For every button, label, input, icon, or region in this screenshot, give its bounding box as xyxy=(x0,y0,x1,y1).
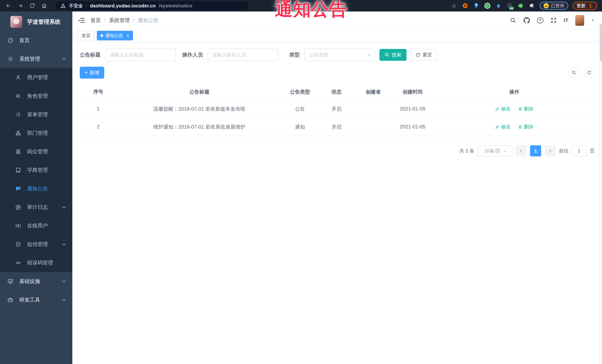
operator-input[interactable] xyxy=(208,49,278,61)
browser-home-button[interactable] xyxy=(40,2,48,10)
edit-button[interactable]: 修改 xyxy=(495,106,511,112)
emoji-face-icon xyxy=(544,3,549,8)
extension-on-badge-icon[interactable]: on xyxy=(506,2,513,9)
prev-page-button[interactable] xyxy=(516,145,527,156)
search-icon[interactable] xyxy=(510,17,516,23)
sidebar-toggle-hamburger-icon[interactable] xyxy=(78,17,85,23)
column-header: 创建时间 xyxy=(391,84,434,100)
delete-button[interactable]: 删除 xyxy=(518,124,534,130)
sidebar: 芋道管理系统 首页 系统管理 用户管理 角色管理 xyxy=(0,11,72,364)
refresh-table-button[interactable] xyxy=(584,67,595,78)
notice-table: 序号 公告标题 公告类型 状态 创建者 创建时间 操作 1 温馨提醒：2018-… xyxy=(80,84,595,136)
sidebar-item-label: 首页 xyxy=(19,37,30,44)
github-icon[interactable] xyxy=(523,17,530,24)
sidebar-item-label: 岗位管理 xyxy=(27,148,48,155)
bookmark-star-icon[interactable]: ☆ xyxy=(451,2,457,9)
sidebar-item-users[interactable]: 用户管理 xyxy=(0,68,72,87)
search-button[interactable]: 搜索 xyxy=(379,49,407,61)
extensions-puzzle-icon[interactable] xyxy=(528,2,535,9)
cell-title: 维护通知：2018-07-01 若依系统凌晨维护 xyxy=(117,124,282,130)
security-label: 不安全 xyxy=(69,3,83,9)
extension-diamond-icon[interactable] xyxy=(495,2,502,9)
notice-type-select[interactable]: 公告类型 xyxy=(304,49,375,61)
table-row: 2 维护通知：2018-07-01 若依系统凌晨维护 通知 开启 2021-01… xyxy=(80,118,595,136)
reset-button[interactable]: 重置 xyxy=(411,49,437,61)
cell-created: 2021-01-05 xyxy=(391,124,434,130)
sidebar-item-label: 菜单管理 xyxy=(27,111,48,118)
sidebar-item-label: 基础设施 xyxy=(19,278,40,285)
app-logo-row[interactable]: 芋道管理系统 xyxy=(0,11,72,31)
tab-label: 通知公告 xyxy=(105,33,123,39)
sidebar-item-notice[interactable]: 通知公告 xyxy=(0,179,72,198)
sidebar-item-menus[interactable]: 菜单管理 xyxy=(0,105,72,124)
url-host: dashboard.yudao.iocoder.cn xyxy=(90,3,156,9)
post-badge-icon xyxy=(15,149,22,154)
extension-pin-icon[interactable] xyxy=(473,2,480,9)
fullscreen-icon[interactable] xyxy=(550,17,557,23)
page-size-select[interactable]: 10条/页 xyxy=(478,145,512,156)
tab-home[interactable]: 首页 xyxy=(78,31,94,40)
sidebar-item-devtools[interactable]: 研发工具 xyxy=(0,291,72,309)
sidebar-item-online-users[interactable]: 在线用户 xyxy=(0,217,72,235)
browser-reload-button[interactable] xyxy=(29,2,36,10)
chevron-down-icon xyxy=(503,149,506,152)
dashboard-icon xyxy=(7,37,14,43)
browser-menu-kebab-icon[interactable]: ⋮ xyxy=(588,3,593,9)
browser-update-button[interactable]: 更新 ⋮ xyxy=(573,2,597,10)
roles-icon xyxy=(15,93,22,99)
menu-list-icon xyxy=(15,112,22,117)
extension-green-check-icon[interactable]: ✓ xyxy=(484,2,491,9)
page-unit-label: 页 xyxy=(590,148,595,154)
extension-leaf-icon[interactable] xyxy=(517,2,524,9)
sidebar-item-audit-log[interactable]: 审计日志 xyxy=(0,198,72,217)
current-page-button[interactable]: 1 xyxy=(530,145,541,156)
sidebar-item-system[interactable]: 系统管理 xyxy=(0,50,72,68)
dict-book-icon xyxy=(15,167,22,173)
goto-page-input[interactable] xyxy=(572,145,586,156)
filter-form: 公告标题 操作人员 类型 公告类型 搜索 重置 xyxy=(80,49,595,61)
sidebar-item-error-codes[interactable]: </> 错误码管理 xyxy=(0,254,72,272)
address-bar[interactable]: 不安全 dashboard.yudao.iocoder.cn /system/n… xyxy=(56,1,248,10)
plus-icon: + xyxy=(85,70,88,75)
sidebar-item-roles[interactable]: 角色管理 xyxy=(0,87,72,105)
breadcrumb: 首页 / 系统管理 / 通知公告 xyxy=(90,17,159,24)
next-page-button[interactable] xyxy=(545,145,556,156)
breadcrumb-home[interactable]: 首页 xyxy=(90,17,101,24)
scrollbar-track[interactable] xyxy=(599,23,602,364)
sidebar-item-label: 部门管理 xyxy=(27,130,48,137)
sidebar-item-posts[interactable]: 岗位管理 xyxy=(0,142,72,161)
browser-forward-button[interactable] xyxy=(17,2,24,10)
tab-notice[interactable]: 通知公告 × xyxy=(97,31,133,40)
notice-title-input[interactable] xyxy=(105,49,176,61)
page-content: 公告标题 操作人员 类型 公告类型 搜索 重置 xyxy=(72,42,602,156)
sidebar-item-label: 短信管理 xyxy=(27,241,48,248)
profile-paused-badge[interactable]: 已暂停 xyxy=(540,2,568,10)
sidebar-item-sms[interactable]: 短信管理 xyxy=(0,235,72,254)
sidebar-item-home[interactable]: 首页 xyxy=(0,31,72,50)
main-area: 首页 / 系统管理 / 通知公告 ? tT ▼ 首页 xyxy=(72,11,602,364)
extension-orange-icon[interactable] xyxy=(462,2,468,9)
cell-created: 2021-01-05 xyxy=(391,106,434,112)
browser-back-button[interactable] xyxy=(5,2,12,10)
row-actions: 修改 删除 xyxy=(434,106,595,112)
sidebar-item-dictionary[interactable]: 字典管理 xyxy=(0,161,72,179)
help-icon[interactable]: ? xyxy=(537,17,543,23)
breadcrumb-system[interactable]: 系统管理 xyxy=(109,17,130,24)
row-actions: 修改 删除 xyxy=(434,124,595,130)
scrollbar-thumb[interactable] xyxy=(600,24,602,61)
table-tools xyxy=(569,67,595,78)
user-avatar[interactable] xyxy=(575,15,584,26)
font-size-icon[interactable]: tT xyxy=(564,17,568,23)
delete-button[interactable]: 删除 xyxy=(518,106,534,112)
security-warning-icon xyxy=(60,3,66,8)
avatar-caret-icon[interactable]: ▼ xyxy=(591,19,595,22)
column-header: 公告标题 xyxy=(117,84,282,100)
tab-close-icon[interactable]: × xyxy=(127,33,129,39)
sidebar-item-infrastructure[interactable]: 基础设施 xyxy=(0,272,72,291)
sidebar-item-departments[interactable]: 部门管理 xyxy=(0,124,72,142)
edit-button[interactable]: 修改 xyxy=(495,124,511,130)
error-code-icon: </> xyxy=(15,261,22,265)
add-button[interactable]: + 新增 xyxy=(80,67,104,79)
chevron-down-icon xyxy=(63,280,65,283)
toggle-search-button[interactable] xyxy=(569,67,579,78)
